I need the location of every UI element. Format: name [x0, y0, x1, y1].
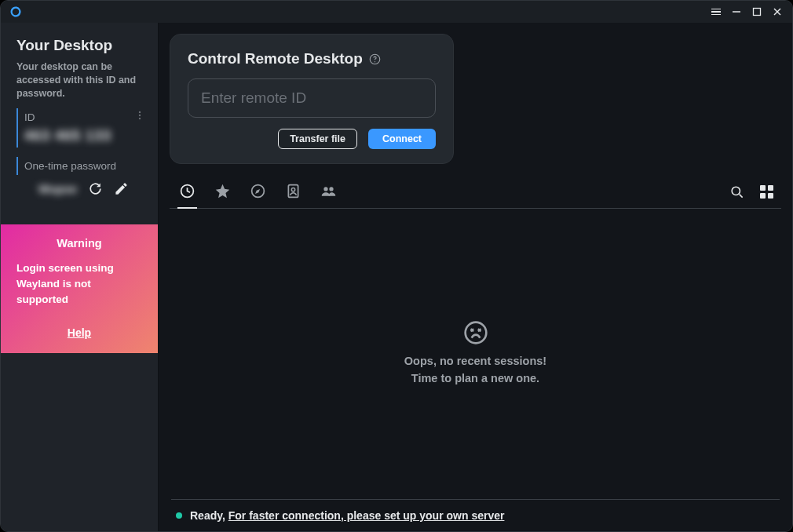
svg-point-12	[291, 188, 294, 191]
id-section: ID 463 465 133	[16, 108, 142, 148]
svg-point-4	[139, 111, 141, 112]
control-card: Control Remote Desktop Transfer file Con…	[170, 34, 454, 164]
app-window: Your Desktop Your desktop can be accesse…	[0, 0, 793, 532]
window-maximize-button[interactable]	[747, 3, 767, 20]
tab-favorites[interactable]	[213, 175, 232, 209]
control-title: Control Remote Desktop	[188, 50, 363, 67]
tab-group[interactable]	[319, 175, 338, 209]
hamburger-menu-icon[interactable]	[706, 3, 726, 20]
svg-point-13	[323, 187, 327, 191]
empty-line-1: Oops, no recent sessions!	[404, 353, 546, 370]
svg-point-17	[465, 322, 486, 344]
tab-recent[interactable]	[177, 175, 197, 209]
window-minimize-button[interactable]	[726, 3, 747, 20]
id-value[interactable]: 463 465 133	[24, 128, 142, 144]
svg-rect-1	[754, 9, 761, 16]
empty-state: Oops, no recent sessions! Time to plan a…	[170, 209, 781, 499]
app-logo-icon	[9, 5, 23, 19]
sad-face-icon	[463, 320, 488, 345]
sidebar: Your Desktop Your desktop can be accesse…	[1, 23, 159, 531]
warning-text: Login screen using Wayland is not suppor…	[16, 261, 142, 308]
sidebar-desc: Your desktop can be accessed with this I…	[16, 60, 142, 100]
search-icon[interactable]	[729, 184, 744, 199]
warning-help-link[interactable]: Help	[16, 326, 142, 339]
svg-point-6	[139, 118, 141, 119]
tab-discovered[interactable]	[248, 175, 268, 209]
id-label: ID	[24, 111, 142, 123]
refresh-icon[interactable]	[88, 181, 103, 196]
svg-point-8	[375, 61, 375, 62]
remote-id-input[interactable]	[188, 78, 436, 118]
edit-icon[interactable]	[114, 181, 129, 196]
status-text: Ready, For faster connection, please set…	[190, 509, 504, 522]
tab-strip	[170, 175, 781, 209]
warning-card: Warning Login screen using Wayland is no…	[1, 224, 158, 354]
warning-title: Warning	[16, 237, 142, 250]
window-close-button[interactable]	[767, 3, 788, 20]
main-panel: Control Remote Desktop Transfer file Con…	[159, 23, 792, 531]
sidebar-title: Your Desktop	[16, 37, 142, 54]
svg-line-16	[740, 194, 743, 197]
connect-button[interactable]: Connect	[368, 129, 436, 149]
svg-point-14	[329, 187, 333, 191]
grid-view-icon[interactable]	[760, 185, 773, 199]
status-dot-icon	[176, 512, 182, 519]
transfer-file-button[interactable]: Transfer file	[278, 129, 357, 149]
password-value[interactable]: Wupxe	[38, 182, 77, 195]
password-label: One-time password	[24, 160, 142, 172]
svg-point-5	[139, 114, 141, 115]
main-body: Your Desktop Your desktop can be accesse…	[1, 23, 792, 531]
tab-address-book[interactable]	[283, 175, 303, 209]
status-ready-label: Ready,	[190, 509, 228, 522]
password-section: One-time password	[16, 157, 142, 175]
title-bar	[1, 1, 792, 23]
empty-line-2: Time to plan a new one.	[411, 370, 539, 388]
more-icon[interactable]	[134, 110, 145, 124]
status-bar: Ready, For faster connection, please set…	[171, 499, 780, 531]
help-icon[interactable]	[369, 53, 381, 65]
status-link[interactable]: For faster connection, please set up you…	[228, 509, 505, 522]
svg-point-15	[732, 187, 740, 195]
